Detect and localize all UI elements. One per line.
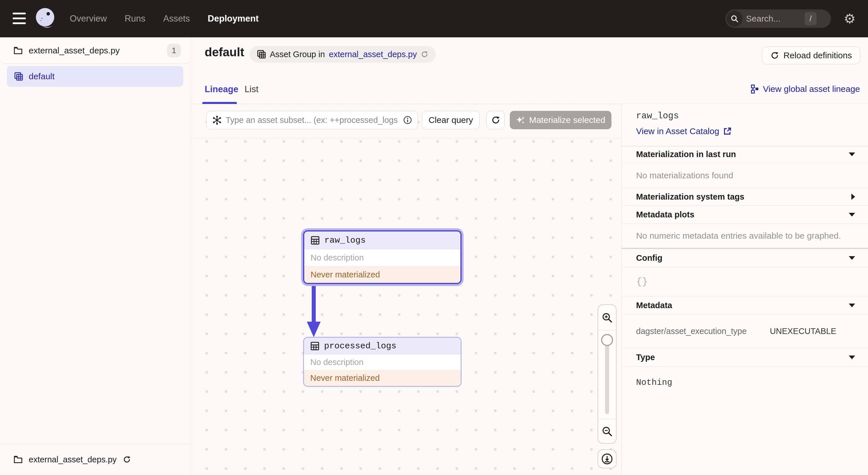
menu-icon[interactable] xyxy=(12,12,26,25)
metadata-value: UNEXECUTABLE xyxy=(770,327,836,336)
page-header: default Asset Group in external_asset_de… xyxy=(191,37,868,104)
reload-definitions-button[interactable]: Reload definitions xyxy=(762,47,861,64)
clear-query-label: Clear query xyxy=(429,115,473,125)
asset-subset-query-field xyxy=(206,111,418,129)
info-icon[interactable] xyxy=(403,116,412,124)
lineage-edge-arrow xyxy=(306,283,322,338)
section-header[interactable]: Materialization system tags xyxy=(622,188,868,205)
repo-count-badge: 1 xyxy=(167,43,181,57)
asset-group-breadcrumb-pill: Asset Group in external_asset_deps.py xyxy=(250,46,436,63)
global-lineage-label: View global asset lineage xyxy=(763,84,860,94)
section-header[interactable]: Config xyxy=(622,249,868,267)
download-graph-button[interactable] xyxy=(598,449,617,468)
active-tab-underline xyxy=(203,102,237,104)
asset-group-icon xyxy=(257,50,266,59)
asset-node-header: processed_logs xyxy=(304,338,461,354)
table-icon xyxy=(310,342,319,351)
zoom-slider-track[interactable] xyxy=(605,335,609,414)
asset-description: No description xyxy=(304,249,460,266)
tabs-row: Lineage List View global asset lineage xyxy=(191,76,868,104)
chevron-down-icon xyxy=(849,152,855,156)
section-type: Type xyxy=(622,348,868,367)
asset-node-processed-logs[interactable]: processed_logs No description Never mate… xyxy=(303,337,462,387)
search-input[interactable] xyxy=(746,14,801,24)
materialize-selected-button[interactable]: Materialize selected xyxy=(510,111,611,129)
asset-lineage-canvas[interactable]: Clear query Materialize selected raw_log… xyxy=(191,104,621,475)
sidebar: external_asset_deps.py 1 default externa… xyxy=(0,37,191,475)
reload-repo-icon[interactable] xyxy=(123,455,131,464)
reload-icon xyxy=(770,51,779,60)
asset-details-panel: raw_logs View in Asset Catalog Materiali… xyxy=(621,104,868,475)
primary-nav: Overview Runs Assets Deployment xyxy=(70,0,259,37)
asset-node-header: raw_logs xyxy=(304,232,460,249)
section-body: No materializations found xyxy=(622,163,868,188)
view-in-asset-catalog-link[interactable]: View in Asset Catalog xyxy=(636,126,732,136)
asset-group-icon xyxy=(14,72,23,81)
refresh-icon[interactable] xyxy=(421,51,428,58)
top-navigation-bar: Overview Runs Assets Deployment / ⚙ xyxy=(0,0,868,37)
zoom-out-button[interactable] xyxy=(598,419,616,443)
gear-icon[interactable]: ⚙ xyxy=(843,12,857,26)
nav-overview[interactable]: Overview xyxy=(70,13,107,24)
view-global-asset-lineage-link[interactable]: View global asset lineage xyxy=(751,84,860,94)
section-title: Metadata plots xyxy=(636,210,694,219)
chevron-right-icon xyxy=(851,194,855,200)
sidebar-footer-repo: external_asset_deps.py xyxy=(0,444,191,475)
zoom-in-icon xyxy=(602,313,612,323)
search-shortcut-badge: / xyxy=(805,12,817,25)
section-config: Config xyxy=(622,249,868,267)
section-metadata-plots: Metadata plots xyxy=(622,206,868,224)
table-icon xyxy=(311,236,320,245)
section-header[interactable]: Type xyxy=(622,348,868,366)
zoom-control xyxy=(598,304,617,444)
sidebar-item-default-group[interactable]: default xyxy=(7,66,183,87)
section-materialization-last-run: Materialization in last run xyxy=(622,146,868,163)
nav-runs[interactable]: Runs xyxy=(125,13,145,24)
section-title: Config xyxy=(636,253,662,263)
toolbar-divider xyxy=(191,138,621,138)
metadata-key: dagster/asset_execution_type xyxy=(636,327,770,336)
section-header[interactable]: Metadata plots xyxy=(622,206,868,224)
chevron-down-icon xyxy=(849,303,855,307)
section-body: {} xyxy=(622,267,868,296)
folder-icon xyxy=(14,456,22,463)
zoom-in-button[interactable] xyxy=(598,305,616,330)
lineage-graph-icon xyxy=(751,84,759,94)
chevron-down-icon xyxy=(849,213,855,216)
tab-lineage[interactable]: Lineage xyxy=(205,84,238,94)
zoom-slider-knob[interactable] xyxy=(601,334,613,346)
global-search[interactable]: / xyxy=(725,9,831,28)
section-metadata: Metadata xyxy=(622,296,868,315)
materialize-label: Materialize selected xyxy=(529,115,605,125)
asset-description: No description xyxy=(304,354,461,370)
refresh-graph-button[interactable] xyxy=(487,111,505,129)
section-materialization-system-tags: Materialization system tags xyxy=(622,188,868,206)
refresh-icon xyxy=(491,115,500,125)
chevron-down-icon xyxy=(849,256,855,260)
type-value: Nothing xyxy=(636,378,672,387)
metadata-row: dagster/asset_execution_type UNEXECUTABL… xyxy=(622,315,868,348)
asset-status: Never materialized xyxy=(304,370,461,386)
zoom-slider[interactable] xyxy=(598,330,616,419)
asset-status: Never materialized xyxy=(304,266,460,283)
repo-file-name: external_asset_deps.py xyxy=(29,46,161,55)
section-header[interactable]: Materialization in last run xyxy=(622,146,868,163)
section-title: Type xyxy=(636,353,655,362)
dagster-logo-icon[interactable] xyxy=(33,6,58,31)
external-link-icon xyxy=(723,127,732,135)
clear-query-button[interactable]: Clear query xyxy=(422,111,479,129)
tab-list[interactable]: List xyxy=(245,84,258,94)
panel-asset-name: raw_logs xyxy=(636,111,679,121)
sidebar-item-label: default xyxy=(29,71,55,81)
nav-assets[interactable]: Assets xyxy=(163,13,190,24)
nav-deployment[interactable]: Deployment xyxy=(208,13,259,24)
sidebar-repo-header[interactable]: external_asset_deps.py 1 xyxy=(0,37,191,64)
asset-name: processed_logs xyxy=(324,341,396,351)
section-header[interactable]: Metadata xyxy=(622,296,868,314)
folder-icon xyxy=(14,47,22,54)
asset-node-raw-logs[interactable]: raw_logs No description Never materializ… xyxy=(303,230,462,284)
repo-link[interactable]: external_asset_deps.py xyxy=(329,50,417,59)
config-value: {} xyxy=(636,276,648,287)
reload-label: Reload definitions xyxy=(784,51,852,60)
asset-subset-input[interactable] xyxy=(226,115,399,125)
